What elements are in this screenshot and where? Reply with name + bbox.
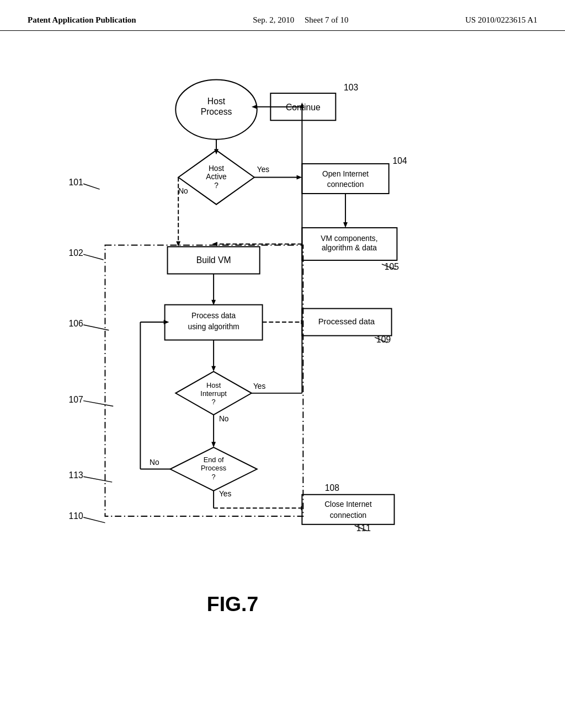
label-108: 108 [325, 483, 339, 493]
vm-components-label2: algorithm & data [322, 244, 377, 252]
publication-date: Sep. 2, 2010 [253, 15, 294, 24]
label-111: 111 [356, 523, 371, 533]
label-106: 106 [69, 319, 83, 328]
label-109: 109 [376, 335, 391, 344]
process-data-label2: using algorithm [188, 323, 239, 331]
vm-components-label1: VM components, [321, 234, 377, 243]
yes-interrupt: Yes [253, 382, 266, 390]
no-end-process: No [150, 458, 159, 467]
label-107: 107 [69, 395, 83, 404]
label-107-tick [83, 401, 113, 406]
label-101-tick [83, 184, 100, 189]
close-internet-label1: Close Internet [324, 500, 372, 508]
fig-label: FIG.7 [207, 592, 258, 615]
end-process-label2: Process [201, 464, 226, 472]
host-interrupt-label2: Interrupt [200, 389, 227, 398]
host-interrupt-label1: Host [206, 381, 221, 389]
label-113-tick [83, 477, 112, 482]
publication-date-sheet: Sep. 2, 2010 Sheet 7 of 10 [253, 15, 348, 25]
build-vm-label: Build VM [196, 255, 231, 265]
arrow-interrupt-end [211, 442, 216, 447]
yes-end-process: Yes [219, 490, 232, 498]
host-process-label2: Process [201, 107, 232, 116]
diagram-area: Host Process Continue 103 Host Active ? … [0, 31, 565, 682]
sheet-info: Sheet 7 of 10 [305, 15, 349, 24]
publication-title: Patent Application Publication [28, 15, 136, 25]
label-101: 101 [69, 178, 83, 187]
process-data-label1: Process data [191, 312, 236, 320]
yes-host-active: Yes [257, 165, 270, 174]
end-process-label3: ? [212, 473, 216, 481]
open-internet-label1: Open Internet [322, 170, 369, 178]
arrow-internet-vm [343, 222, 348, 228]
open-internet-box [302, 164, 388, 194]
label-110-tick [83, 517, 105, 523]
no-host-active: No [178, 187, 188, 195]
label-102-tick [83, 254, 103, 260]
flowchart-svg: Host Process Continue 103 Host Active ? … [0, 31, 565, 682]
label-104: 104 [393, 156, 407, 165]
host-active-label3: ? [214, 181, 218, 190]
publication-number: US 2010/0223615 A1 [465, 15, 537, 25]
host-process-label: Host [207, 97, 226, 106]
end-process-label1: End of [204, 456, 224, 464]
host-interrupt-label3: ? [212, 398, 216, 406]
close-internet-label2: connection [330, 511, 367, 520]
host-active-label2: Active [206, 173, 227, 181]
no-interrupt: No [219, 415, 229, 423]
arrow-no-down [176, 242, 180, 247]
close-internet-box [302, 495, 394, 524]
arrow-yes [297, 175, 302, 180]
label-103: 103 [344, 83, 358, 92]
host-active-label1: Host [209, 164, 224, 173]
open-internet-label2: connection [327, 180, 364, 189]
processed-data-label: Processed data [318, 317, 375, 326]
label-102: 102 [69, 248, 83, 258]
arrow-process-interrupt [211, 366, 216, 372]
label-110: 110 [69, 511, 83, 521]
label-113: 113 [69, 470, 83, 480]
page-header: Patent Application Publication Sep. 2, 2… [0, 0, 565, 31]
